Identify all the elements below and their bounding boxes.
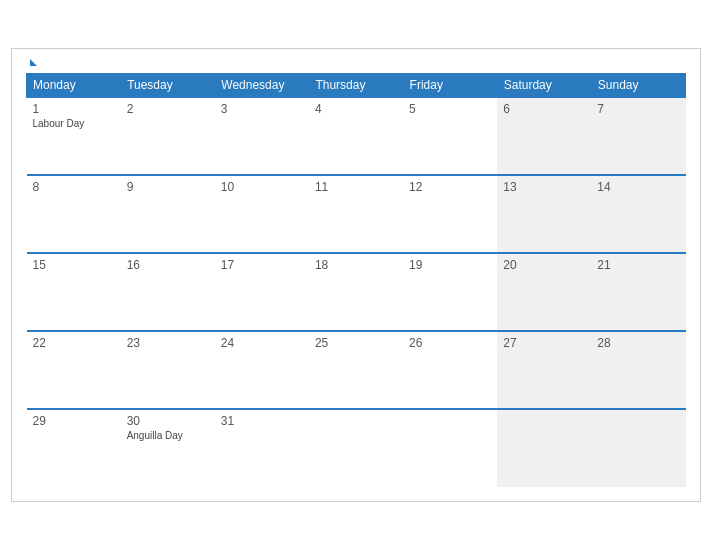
holiday-label: Anguilla Day	[127, 430, 209, 441]
calendar-cell: 11	[309, 175, 403, 253]
calendar-cell	[497, 409, 591, 487]
calendar-cell: 23	[121, 331, 215, 409]
calendar-cell: 19	[403, 253, 497, 331]
calendar-cell: 25	[309, 331, 403, 409]
day-number: 24	[221, 336, 303, 350]
weekday-header-friday: Friday	[403, 74, 497, 98]
day-number: 26	[409, 336, 491, 350]
day-number: 30	[127, 414, 209, 428]
calendar-cell: 13	[497, 175, 591, 253]
calendar-header	[26, 59, 686, 67]
calendar-cell	[309, 409, 403, 487]
weekday-header-thursday: Thursday	[309, 74, 403, 98]
calendar-cell: 21	[591, 253, 685, 331]
calendar-cell: 31	[215, 409, 309, 487]
week-row-2: 891011121314	[27, 175, 686, 253]
calendar-cell: 15	[27, 253, 121, 331]
calendar-cell: 16	[121, 253, 215, 331]
day-number: 8	[33, 180, 115, 194]
calendar-cell: 26	[403, 331, 497, 409]
day-number: 19	[409, 258, 491, 272]
weekday-header-wednesday: Wednesday	[215, 74, 309, 98]
holiday-label: Labour Day	[33, 118, 115, 129]
week-row-3: 15161718192021	[27, 253, 686, 331]
calendar-cell: 14	[591, 175, 685, 253]
calendar-cell: 28	[591, 331, 685, 409]
day-number: 14	[597, 180, 679, 194]
calendar-cell: 7	[591, 97, 685, 175]
calendar-cell: 29	[27, 409, 121, 487]
day-number: 27	[503, 336, 585, 350]
calendar-cell: 17	[215, 253, 309, 331]
day-number: 21	[597, 258, 679, 272]
weekday-header-saturday: Saturday	[497, 74, 591, 98]
weekday-header-monday: Monday	[27, 74, 121, 98]
calendar-cell: 3	[215, 97, 309, 175]
calendar-cell: 18	[309, 253, 403, 331]
weekday-header-tuesday: Tuesday	[121, 74, 215, 98]
day-number: 28	[597, 336, 679, 350]
day-number: 25	[315, 336, 397, 350]
day-number: 6	[503, 102, 585, 116]
calendar-cell: 27	[497, 331, 591, 409]
calendar-wrapper: MondayTuesdayWednesdayThursdayFridaySatu…	[11, 48, 701, 502]
day-number: 31	[221, 414, 303, 428]
logo-triangle-icon	[30, 59, 37, 66]
week-row-4: 22232425262728	[27, 331, 686, 409]
day-number: 4	[315, 102, 397, 116]
calendar-cell: 2	[121, 97, 215, 175]
logo	[26, 59, 37, 67]
weekday-header-sunday: Sunday	[591, 74, 685, 98]
week-row-1: 1Labour Day234567	[27, 97, 686, 175]
day-number: 20	[503, 258, 585, 272]
day-number: 15	[33, 258, 115, 272]
calendar-cell: 10	[215, 175, 309, 253]
day-number: 5	[409, 102, 491, 116]
day-number: 1	[33, 102, 115, 116]
calendar-cell: 5	[403, 97, 497, 175]
calendar-cell: 24	[215, 331, 309, 409]
day-number: 7	[597, 102, 679, 116]
weekday-header-row: MondayTuesdayWednesdayThursdayFridaySatu…	[27, 74, 686, 98]
day-number: 13	[503, 180, 585, 194]
day-number: 11	[315, 180, 397, 194]
calendar-cell	[403, 409, 497, 487]
day-number: 23	[127, 336, 209, 350]
calendar-cell: 8	[27, 175, 121, 253]
day-number: 17	[221, 258, 303, 272]
calendar-cell	[591, 409, 685, 487]
calendar-cell: 6	[497, 97, 591, 175]
calendar-cell: 4	[309, 97, 403, 175]
week-row-5: 2930Anguilla Day31	[27, 409, 686, 487]
day-number: 10	[221, 180, 303, 194]
day-number: 12	[409, 180, 491, 194]
day-number: 16	[127, 258, 209, 272]
day-number: 9	[127, 180, 209, 194]
calendar-cell: 12	[403, 175, 497, 253]
day-number: 22	[33, 336, 115, 350]
calendar-cell: 20	[497, 253, 591, 331]
calendar-cell: 30Anguilla Day	[121, 409, 215, 487]
calendar-cell: 1Labour Day	[27, 97, 121, 175]
calendar-cell: 22	[27, 331, 121, 409]
calendar-table: MondayTuesdayWednesdayThursdayFridaySatu…	[26, 73, 686, 487]
calendar-cell: 9	[121, 175, 215, 253]
day-number: 29	[33, 414, 115, 428]
day-number: 2	[127, 102, 209, 116]
day-number: 18	[315, 258, 397, 272]
day-number: 3	[221, 102, 303, 116]
